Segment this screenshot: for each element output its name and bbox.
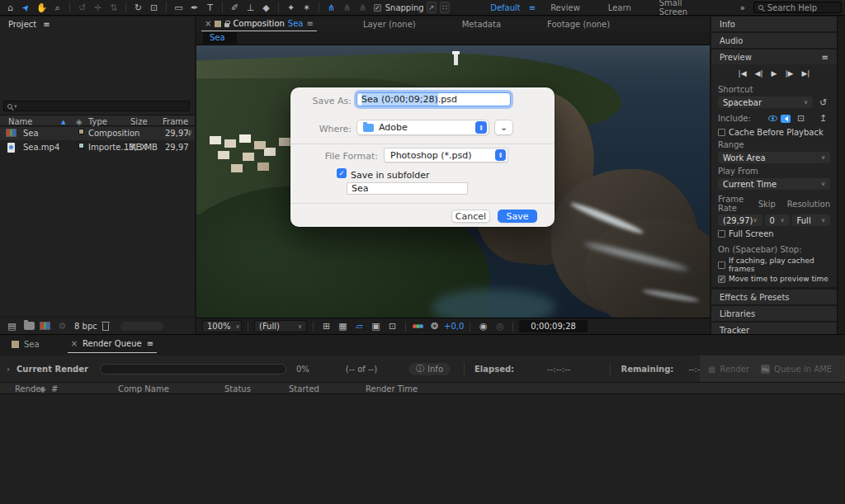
disclosure-button[interactable]: ⌄ xyxy=(494,120,513,135)
full-screen-checkbox[interactable] xyxy=(718,230,725,238)
panel-info[interactable]: Info xyxy=(711,16,837,31)
local-axis-mode-icon[interactable]: ⋔ xyxy=(324,2,338,13)
shortcut-dropdown[interactable]: Spacebar∨ xyxy=(718,97,813,108)
column-render-time[interactable]: Render Time xyxy=(366,384,418,393)
project-row-sea-mp4[interactable]: Sea.mp4 Importe...MEX 13,3 MB 29,97 xyxy=(0,141,195,154)
previous-frame-button[interactable]: ◀| xyxy=(755,69,763,78)
column-started[interactable]: Started xyxy=(289,384,319,393)
choose-grid-icon[interactable]: ⊞ xyxy=(319,321,333,332)
project-search-input[interactable]: ▾ xyxy=(3,101,190,111)
share-preview-icon[interactable]: ↥ xyxy=(816,113,830,124)
last-frame-button[interactable]: ▶| xyxy=(801,69,810,78)
transparency-grid-icon[interactable]: ▦ xyxy=(336,321,350,332)
tab-layer[interactable]: Layer (none) xyxy=(363,20,416,29)
hand-tool-icon[interactable]: ✋ xyxy=(35,2,49,13)
tab-metadata[interactable]: Metadata xyxy=(462,20,501,29)
queue-in-ame-button[interactable]: Me Queue in AME xyxy=(761,365,832,374)
column-type[interactable]: Type xyxy=(88,117,107,126)
pen-tool-icon[interactable]: ✒ xyxy=(187,2,201,13)
search-help-input[interactable]: Search Help xyxy=(753,2,842,13)
panel-audio[interactable]: Audio xyxy=(711,33,837,48)
show-channel-icon[interactable] xyxy=(413,324,423,328)
next-frame-button[interactable]: |▶ xyxy=(785,69,793,78)
panel-preview[interactable]: Preview ≡ xyxy=(711,49,837,64)
clone-stamp-tool-icon[interactable]: ⊥ xyxy=(243,2,257,13)
tab-render-queue[interactable]: × Render Queue ≡ xyxy=(68,335,157,353)
delete-icon[interactable] xyxy=(102,323,109,331)
rotation-tool-icon[interactable]: ↻ xyxy=(131,2,145,13)
color-depth-button[interactable]: 8 bpc xyxy=(74,322,97,331)
panel-menu-icon[interactable]: ≡ xyxy=(147,339,153,348)
exposure-value[interactable]: +0,0 xyxy=(444,322,464,331)
tab-footage[interactable]: Footage (none) xyxy=(547,20,610,29)
dolly-camera-tool-icon[interactable]: ⇅ xyxy=(106,2,120,13)
close-tab-icon[interactable]: × xyxy=(71,339,78,348)
project-settings-icon[interactable]: ⚙ xyxy=(55,321,69,332)
label-color-swatch[interactable] xyxy=(78,143,84,148)
type-tool-icon[interactable]: T xyxy=(203,2,217,13)
column-name[interactable]: Name xyxy=(8,117,33,126)
home-icon[interactable]: ⌂ xyxy=(3,2,17,13)
close-tab-icon[interactable]: × xyxy=(205,19,211,28)
render-queue-empty-area[interactable] xyxy=(0,395,845,504)
rectangle-tool-icon[interactable]: ▭ xyxy=(172,2,186,13)
puppet-pin-tool-icon[interactable]: ✶ xyxy=(300,2,314,13)
orbit-camera-tool-icon[interactable]: ↺ xyxy=(75,2,89,13)
label-tag-icon[interactable]: ◈ xyxy=(76,117,83,126)
lock-icon[interactable] xyxy=(224,23,229,27)
region-of-interest-icon[interactable]: ▱ xyxy=(352,321,366,332)
panel-menu-icon[interactable]: ≡ xyxy=(306,19,313,28)
tab-composition-sea[interactable]: × Composition Sea ≡ xyxy=(201,16,317,31)
render-info-button[interactable]: ⓘ Info xyxy=(408,363,451,375)
project-row-sea[interactable]: Sea Composition 29,97 ⋔ xyxy=(0,127,195,140)
interpret-footage-icon[interactable]: ▤ xyxy=(5,321,19,332)
include-audio-speaker-icon[interactable] xyxy=(781,115,791,123)
panel-menu-icon[interactable]: ≡ xyxy=(822,53,828,62)
mask-visibility-icon[interactable]: ▣ xyxy=(369,321,383,332)
workspace-menu-icon[interactable]: ≡ xyxy=(529,3,536,12)
camera-tool-icon[interactable]: ⊡ xyxy=(147,2,161,13)
filename-input[interactable]: Sea (0;00;09;28) .psd xyxy=(356,92,511,106)
reset-icon[interactable]: ↺ xyxy=(816,97,830,108)
play-from-dropdown[interactable]: Current Time∨ xyxy=(718,178,830,190)
project-panel-menu-icon[interactable]: ≡ xyxy=(43,20,50,29)
new-composition-icon[interactable] xyxy=(40,322,50,330)
resolution-dropdown[interactable]: (Full)∨ xyxy=(254,320,307,332)
workspace-default[interactable]: Default xyxy=(490,3,521,12)
subfolder-name-input[interactable]: Sea xyxy=(347,182,468,195)
project-table-header[interactable]: Name ▲ ◈ Type Size Frame Ra... xyxy=(0,115,195,126)
snapping-checkbox[interactable]: ✓ xyxy=(374,4,381,12)
fast-previews-icon[interactable]: ❂ xyxy=(427,321,441,332)
workspace-review[interactable]: Review xyxy=(550,3,580,12)
resolution-preview-dropdown[interactable]: Full∨ xyxy=(792,214,830,226)
include-video-eye-icon[interactable] xyxy=(768,115,777,121)
snapshot-camera-icon[interactable]: ◉ xyxy=(476,321,490,332)
skip-dropdown[interactable]: 0∨ xyxy=(765,214,790,226)
view-axis-mode-icon[interactable]: ⋔ xyxy=(356,2,370,13)
roto-brush-tool-icon[interactable]: ✦ xyxy=(284,2,298,13)
brush-tool-icon[interactable]: ✐ xyxy=(228,2,242,13)
comp-breadcrumb[interactable]: Sea xyxy=(203,32,237,44)
play-cached-frames-checkbox[interactable] xyxy=(718,261,725,269)
eraser-tool-icon[interactable]: ◆ xyxy=(259,2,273,13)
magnification-dropdown[interactable]: 100%∨ xyxy=(202,320,242,332)
workspace-learn[interactable]: Learn xyxy=(608,3,631,12)
first-frame-button[interactable]: |◀ xyxy=(739,69,747,78)
show-snapshot-icon[interactable]: ◎ xyxy=(493,321,507,332)
tab-sea-timeline[interactable]: Sea xyxy=(24,340,40,349)
project-flowchart-button[interactable] xyxy=(120,322,163,331)
workspace-overflow-icon[interactable]: » xyxy=(740,3,745,12)
include-overlays-icon[interactable]: ⊡ xyxy=(794,113,808,124)
move-time-checkbox[interactable]: ✓ xyxy=(718,276,725,283)
panel-effects-presets[interactable]: Effects & Presets xyxy=(711,290,837,304)
expand-chevron-icon[interactable]: › xyxy=(7,365,10,374)
render-button[interactable]: ▦ Render xyxy=(708,365,749,374)
selection-tool-icon[interactable]: ➤ xyxy=(17,0,35,16)
column-size[interactable]: Size xyxy=(130,117,148,126)
label-tag-icon[interactable]: ◈ xyxy=(40,384,46,393)
cancel-button[interactable]: Cancel xyxy=(451,210,490,223)
cache-before-playback-checkbox[interactable] xyxy=(718,129,725,136)
sort-ascending-icon[interactable]: ▲ xyxy=(61,119,65,125)
column-status[interactable]: Status xyxy=(224,384,251,393)
snap-to-feature-icon[interactable]: ↗ xyxy=(427,2,437,13)
